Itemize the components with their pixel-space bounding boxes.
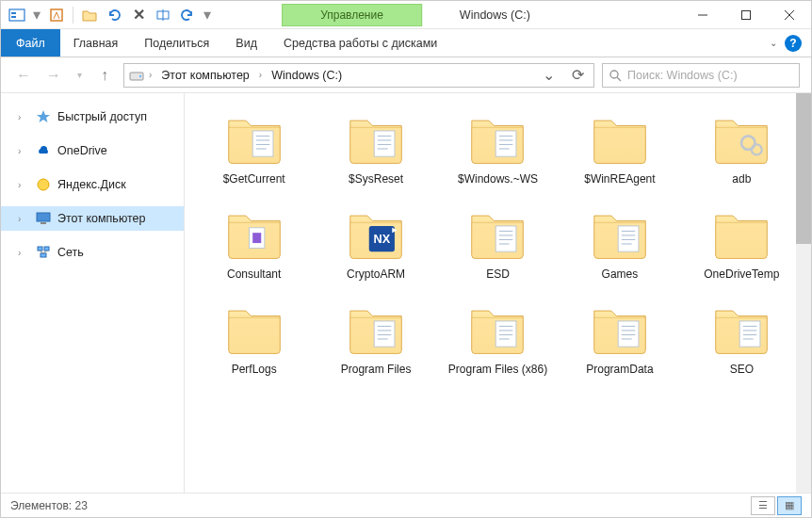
ribbon-expand-icon[interactable]: ⌄: [770, 38, 777, 48]
item-label: $WinREAgent: [584, 172, 655, 186]
delete-icon[interactable]: ✕: [128, 5, 149, 25]
folder-icon: [342, 302, 410, 357]
chevron-right-icon[interactable]: ›: [18, 146, 29, 156]
folder-item[interactable]: Program Files (x86): [442, 302, 554, 377]
forward-button[interactable]: →: [42, 64, 65, 87]
search-input[interactable]: [627, 69, 793, 82]
redo-icon[interactable]: [177, 5, 198, 25]
chevron-right-icon[interactable]: ›: [257, 70, 264, 80]
address-row: ← → ▾ ↑ › Этот компьютер › Windows (C:) …: [1, 57, 811, 93]
item-label: OneDriveTemp: [704, 267, 779, 282]
chevron-right-icon[interactable]: ›: [18, 112, 29, 122]
address-dropdown-icon[interactable]: ⌄: [537, 66, 560, 84]
share-tab[interactable]: Поделиться: [131, 29, 222, 57]
item-label: $GetCurrent: [223, 172, 285, 186]
maximize-button[interactable]: [724, 1, 768, 29]
svg-rect-19: [41, 253, 46, 257]
folder-icon: NX: [342, 207, 410, 262]
status-count: 23: [75, 499, 88, 512]
address-bar[interactable]: › Этот компьютер › Windows (C:) ⌄ ⟳: [123, 63, 594, 88]
status-bar: Элементов: 23 ☰ ▦: [1, 493, 811, 517]
nav-this-pc[interactable]: › Этот компьютер: [1, 206, 184, 231]
item-label: $Windows.~WS: [458, 172, 538, 186]
breadcrumb-drive[interactable]: Windows (C:): [266, 64, 348, 87]
nav-label: Яндекс.Диск: [57, 178, 126, 191]
back-button[interactable]: ←: [12, 64, 35, 87]
chevron-right-icon[interactable]: ›: [18, 248, 29, 258]
file-tab[interactable]: Файл: [1, 29, 60, 57]
folder-item[interactable]: NX CryptoARM: [319, 207, 431, 282]
folder-icon: [586, 302, 654, 357]
svg-point-11: [139, 74, 141, 76]
close-button[interactable]: [768, 1, 811, 29]
folder-icon: [220, 207, 288, 262]
folder-icon: [707, 302, 775, 357]
breadcrumb-thispc[interactable]: Этот компьютер: [155, 64, 254, 87]
folder-item[interactable]: $GetCurrent: [198, 112, 310, 186]
nav-onedrive[interactable]: › OneDrive: [1, 138, 184, 163]
item-label: Program Files (x86): [448, 363, 547, 377]
svg-line-13: [617, 77, 621, 81]
undo-icon[interactable]: [104, 5, 124, 25]
svg-rect-27: [374, 131, 395, 156]
folder-item[interactable]: OneDriveTemp: [686, 207, 798, 282]
drive-tools-tab[interactable]: Средства работы с дисками: [270, 29, 450, 57]
item-label: $SysReset: [349, 172, 403, 186]
folder-icon: [463, 302, 531, 357]
help-icon[interactable]: ?: [785, 35, 802, 52]
chevron-right-icon[interactable]: ›: [18, 180, 29, 190]
item-label: Games: [602, 267, 639, 282]
folder-item[interactable]: adb: [686, 112, 798, 186]
svg-rect-32: [496, 131, 517, 156]
folder-item[interactable]: ESD: [442, 207, 554, 282]
nav-network[interactable]: › Сеть: [1, 240, 184, 265]
new-folder-icon[interactable]: [79, 5, 100, 25]
folder-item[interactable]: $SysReset: [319, 112, 431, 186]
svg-rect-17: [38, 247, 42, 251]
chevron-right-icon[interactable]: ›: [18, 214, 29, 224]
details-view-button[interactable]: ☰: [751, 496, 775, 515]
svg-rect-7: [742, 10, 751, 19]
item-label: CryptoARM: [347, 267, 405, 282]
folder-item[interactable]: Games: [563, 207, 675, 282]
view-tab[interactable]: Вид: [222, 29, 270, 57]
svg-rect-48: [618, 226, 639, 251]
folder-item[interactable]: Consultant: [198, 207, 310, 282]
svg-rect-68: [739, 321, 760, 347]
recent-dropdown-icon[interactable]: ▾: [73, 64, 86, 87]
monitor-icon: [35, 210, 52, 227]
navigation-pane: › Быстрый доступ › OneDrive › Яндекс.Дис…: [1, 93, 185, 493]
minimize-button[interactable]: [681, 1, 724, 29]
quick-access-toolbar: ▾ ✕ ▾: [1, 5, 219, 25]
folder-item[interactable]: SEO: [686, 302, 798, 377]
icons-view-button[interactable]: ▦: [777, 496, 802, 515]
folder-item[interactable]: PerfLogs: [198, 302, 310, 377]
explorer-icon[interactable]: [7, 5, 27, 25]
svg-rect-40: [252, 233, 261, 243]
chevron-right-icon[interactable]: ›: [147, 70, 154, 80]
search-box[interactable]: [602, 63, 800, 88]
nav-yandex-disk[interactable]: › Яндекс.Диск: [1, 172, 184, 197]
home-tab[interactable]: Главная: [60, 29, 132, 57]
svg-rect-63: [618, 321, 639, 347]
folder-item[interactable]: Program Files: [319, 302, 431, 377]
qat-dropdown-icon[interactable]: ▾: [31, 5, 42, 25]
folder-item[interactable]: $Windows.~WS: [442, 112, 554, 186]
svg-rect-22: [252, 131, 273, 156]
nav-label: OneDrive: [57, 144, 107, 157]
nav-quick-access[interactable]: › Быстрый доступ: [1, 105, 184, 129]
item-label: adb: [732, 172, 751, 186]
folder-icon: [220, 112, 288, 167]
scrollbar-thumb[interactable]: [796, 93, 811, 244]
up-button[interactable]: ↑: [93, 64, 116, 87]
refresh-icon[interactable]: ⟳: [566, 66, 590, 84]
manage-context-tab[interactable]: Управление: [282, 4, 422, 26]
folder-item[interactable]: $WinREAgent: [563, 112, 675, 186]
qat-more-icon[interactable]: ▾: [202, 5, 213, 25]
rename-icon[interactable]: [153, 5, 173, 25]
properties-icon[interactable]: [46, 5, 67, 25]
network-icon: [35, 244, 52, 261]
folder-icon: [586, 112, 654, 167]
folder-item[interactable]: ProgramData: [563, 302, 675, 377]
folder-icon: [707, 112, 775, 167]
